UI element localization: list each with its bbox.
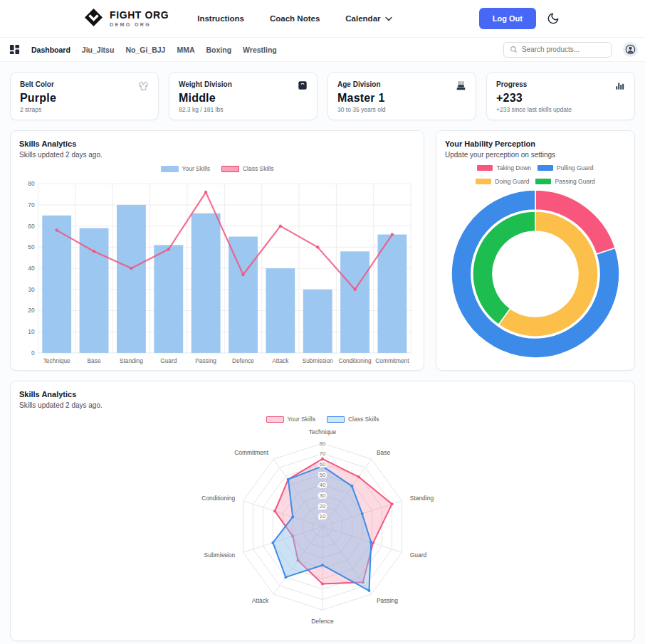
search-input[interactable] — [522, 46, 605, 53]
chevron-down-icon — [385, 14, 392, 23]
svg-text:Attack: Attack — [272, 357, 289, 364]
brand-name: FIGHT ORG — [110, 10, 169, 21]
charts-row: Skills Analytics Skills updated 2 days a… — [0, 120, 645, 381]
svg-text:Passing: Passing — [195, 357, 216, 364]
svg-text:80: 80 — [28, 180, 35, 187]
svg-text:Defence: Defence — [232, 357, 254, 364]
svg-text:Technique: Technique — [309, 428, 337, 436]
card-subtitle: Skills updated 2 days ago. — [19, 151, 415, 159]
svg-text:50: 50 — [28, 243, 35, 250]
legend-chip — [476, 179, 491, 184]
hability-perception-card: Your Hability Perception Update your per… — [436, 130, 635, 371]
svg-text:10: 10 — [28, 328, 35, 335]
card-subtitle: Update your perception on settings — [445, 151, 626, 159]
stat-subtext: 30 to 35 years old — [337, 106, 466, 113]
svg-text:70: 70 — [320, 450, 326, 457]
legend-pulling-guard[interactable]: Pulling Guard — [538, 164, 594, 171]
cake-icon — [456, 80, 466, 94]
stat-subtext: +233 since last skills update — [496, 106, 625, 113]
svg-text:Defence: Defence — [311, 618, 334, 625]
card-title: Your Hability Perception — [445, 139, 626, 148]
stat-card-belt-color: Belt Color Purple 2 straps — [10, 72, 159, 120]
stat-label: Weight Division — [179, 80, 308, 88]
header-actions: Log Out — [479, 8, 560, 29]
stat-value: Middle — [179, 92, 308, 105]
svg-text:Attack: Attack — [252, 597, 269, 604]
moon-icon[interactable] — [547, 12, 560, 25]
legend-doing-guard[interactable]: Doing Guard — [476, 178, 529, 185]
svg-text:Base: Base — [377, 449, 391, 456]
legend-your-skills[interactable]: Your Skills — [266, 416, 315, 423]
svg-text:Guard: Guard — [160, 357, 177, 364]
svg-text:20: 20 — [320, 503, 326, 510]
stat-value: Purple — [20, 92, 149, 105]
svg-text:60: 60 — [28, 223, 35, 230]
stat-card-age-division: Age Division Master 1 30 to 35 years old — [327, 72, 476, 120]
radar-chart[interactable]: 1020304050607080TechniqueBaseStandingGua… — [19, 423, 626, 638]
svg-text:10: 10 — [320, 513, 326, 519]
grid-icon[interactable] — [9, 44, 20, 55]
svg-text:30: 30 — [320, 492, 326, 499]
subnav-boxing[interactable]: Boxing — [206, 46, 231, 54]
card-title: Skills Analytics — [19, 139, 415, 148]
stat-card-progress: Progress +233 +233 since last skills upd… — [486, 72, 635, 120]
svg-text:Conditioning: Conditioning — [338, 357, 372, 364]
bar-line-chart[interactable]: 01020304050607080TechniqueBaseStandingGu… — [19, 172, 415, 370]
stat-card-weight-division: Weight Division Middle 82.3 kg / 181 lbs — [169, 72, 318, 120]
subnav-wrestling[interactable]: Wrestling — [243, 46, 277, 54]
donut-chart-legend: Taking Down Pulling Guard Doing Guard Pa… — [450, 164, 621, 185]
bar-chart-legend: Your Skills Class Skills — [19, 165, 415, 172]
card-title: Skills Analytics — [19, 390, 626, 398]
brand-subtitle: DEMO ORG — [110, 22, 169, 27]
nav-instructions[interactable]: Instructions — [197, 14, 244, 23]
radar-chart-legend: Your Skills Class Skills — [19, 416, 626, 423]
legend-class-skills[interactable]: Class Skills — [327, 416, 379, 423]
top-header: FIGHT ORG DEMO ORG Instructions Coach No… — [0, 0, 645, 38]
legend-taking-down[interactable]: Taking Down — [477, 164, 531, 171]
skills-analytics-radar-card: Skills Analytics Skills updated 2 days a… — [10, 381, 635, 641]
gi-icon — [138, 80, 149, 94]
brand[interactable]: FIGHT ORG DEMO ORG — [84, 8, 169, 30]
nav-coach-notes[interactable]: Coach Notes — [270, 14, 320, 23]
svg-text:20: 20 — [28, 307, 35, 314]
svg-text:Technique: Technique — [43, 357, 70, 364]
legend-chip — [266, 416, 284, 423]
subnav-mma[interactable]: MMA — [177, 46, 194, 54]
legend-chip — [161, 166, 179, 172]
stat-label: Belt Color — [20, 80, 149, 88]
svg-text:Passing: Passing — [377, 597, 398, 604]
donut-chart[interactable] — [445, 188, 626, 360]
legend-chip — [477, 165, 493, 171]
svg-text:Standing: Standing — [120, 357, 143, 364]
sub-nav: Dashboard Jiu_Jitsu No_Gi_BJJ MMA Boxing… — [0, 38, 645, 62]
legend-chip — [538, 165, 553, 171]
search-icon — [510, 46, 518, 53]
svg-text:60: 60 — [320, 461, 326, 468]
svg-text:40: 40 — [320, 482, 326, 488]
account-icon[interactable] — [623, 42, 638, 57]
svg-text:Guard: Guard — [410, 551, 427, 559]
legend-your-skills[interactable]: Your Skills — [161, 165, 210, 172]
logout-button[interactable]: Log Out — [479, 8, 536, 29]
stat-value: Master 1 — [337, 92, 466, 105]
subnav-jiu-jitsu[interactable]: Jiu_Jitsu — [82, 46, 115, 54]
svg-text:Conditioning: Conditioning — [201, 495, 235, 502]
svg-text:Base: Base — [88, 357, 101, 364]
svg-text:Commitment: Commitment — [234, 449, 268, 456]
svg-text:70: 70 — [28, 201, 35, 208]
svg-text:Submission: Submission — [204, 551, 236, 559]
subnav-dashboard[interactable]: Dashboard — [31, 46, 70, 54]
svg-text:Standing: Standing — [410, 495, 434, 502]
subnav-no-gi-bjj[interactable]: No_Gi_BJJ — [125, 46, 165, 54]
legend-class-skills[interactable]: Class Skills — [221, 165, 273, 172]
svg-text:30: 30 — [28, 286, 35, 293]
legend-passing-guard[interactable]: Passing Guard — [535, 178, 594, 185]
svg-text:50: 50 — [320, 472, 326, 478]
search-box[interactable] — [503, 42, 612, 58]
nav-calendar[interactable]: Calendar — [345, 14, 392, 23]
top-nav: Instructions Coach Notes Calendar — [197, 14, 392, 23]
svg-text:40: 40 — [28, 265, 35, 272]
svg-text:Commitment: Commitment — [375, 357, 409, 364]
stat-value: +233 — [496, 92, 625, 105]
svg-text:Submission: Submission — [303, 357, 333, 364]
